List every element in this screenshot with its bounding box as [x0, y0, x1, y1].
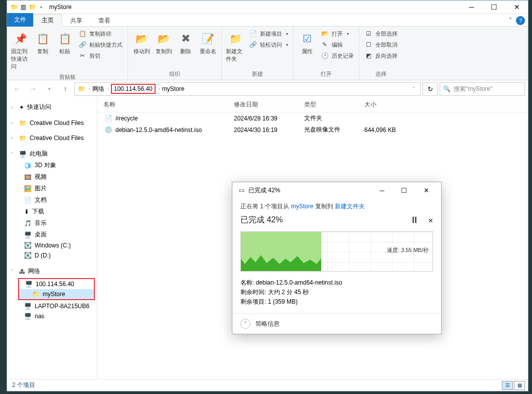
rename-button[interactable]: 重命名 — [197, 29, 218, 57]
qat-newfolder-icon[interactable]: 📁 — [28, 3, 36, 11]
collapse-icon[interactable]: ˅ — [11, 269, 16, 274]
history-button[interactable]: 🕑历史记录 — [319, 51, 356, 61]
breadcrumb-folder[interactable]: myStore — [162, 85, 185, 92]
folder-icon: 📁 — [19, 119, 27, 126]
dialog-maximize-button[interactable]: ☐ — [394, 183, 414, 197]
minimize-button[interactable]: ─ — [460, 1, 483, 14]
dialog-minimize-button[interactable]: ─ — [372, 183, 392, 197]
easy-access-button[interactable]: 🔗轻松访问▾ — [247, 40, 290, 50]
nav-desktop[interactable]: 🖥️桌面 — [7, 229, 97, 240]
file-row[interactable]: 📄#recycle2024/6/28 16:39文件夹 — [97, 112, 528, 124]
search-input[interactable]: 🔍 搜索"myStore" — [440, 82, 525, 96]
expand-icon[interactable]: › — [11, 136, 16, 141]
collapse-icon[interactable]: ˅ — [11, 152, 16, 157]
copy-to-label: 复制到 — [156, 48, 172, 55]
copy-button[interactable]: 复制 — [32, 29, 53, 57]
chevron-right-icon[interactable]: › — [106, 86, 110, 91]
address-bar[interactable]: 📁 ›网络 ›100.114.56.40 ›myStore ˅ — [74, 82, 421, 96]
nav-music[interactable]: 🎵音乐 — [7, 217, 97, 229]
nav-videos[interactable]: 🎞️视频 — [7, 171, 97, 183]
pin-quick-access-button[interactable]: 固定到快速访问 — [10, 29, 31, 72]
nav-nas[interactable]: 🖥️nas — [7, 311, 97, 321]
breadcrumb-ip[interactable]: 100.114.56.40 — [111, 84, 156, 94]
tab-file[interactable]: 文件 — [7, 13, 33, 27]
nav-d-drive[interactable]: 💽D (D:) — [7, 250, 97, 260]
dest-link[interactable]: 新建文件夹 — [335, 203, 365, 210]
nav-this-pc[interactable]: ˅🖥️此电脑 — [7, 148, 97, 160]
source-link[interactable]: myStore — [291, 203, 314, 210]
chevron-right-icon[interactable]: › — [88, 86, 91, 91]
nav-creative-cloud-1[interactable]: ›📁Creative Cloud Files — [7, 118, 97, 128]
expand-icon[interactable]: › — [11, 105, 16, 110]
expand-icon[interactable]: › — [11, 120, 16, 125]
cancel-button[interactable]: ✕ — [428, 215, 433, 225]
qat-properties-icon[interactable]: ▥ — [19, 3, 27, 11]
recent-locations-button[interactable]: ▾ — [42, 82, 56, 95]
address-dropdown-icon[interactable]: ˅ — [410, 85, 418, 92]
column-name[interactable]: 名称 — [103, 100, 234, 109]
tab-share[interactable]: 共享 — [62, 15, 90, 27]
help-icon[interactable]: ? — [516, 16, 525, 25]
open-button[interactable]: 📂打开▾ — [319, 29, 356, 39]
refresh-button[interactable]: ↻ — [423, 82, 438, 96]
delete-button[interactable]: 删除 — [175, 29, 196, 57]
select-none-button[interactable]: ☐全部取消 — [362, 40, 400, 50]
paste-button[interactable]: 粘贴 — [54, 29, 75, 57]
close-button[interactable]: ✕ — [505, 1, 528, 14]
file-date: 2024/6/28 16:39 — [234, 115, 304, 122]
up-button[interactable]: ↑ — [58, 82, 72, 95]
icons-view-button[interactable]: ▦ — [514, 381, 525, 390]
nav-documents[interactable]: 📄文档 — [7, 194, 97, 206]
nav-3d-objects[interactable]: 🧊3D 对象 — [7, 160, 97, 171]
dialog-close-button[interactable]: ✕ — [416, 183, 436, 197]
nav-pictures[interactable]: 🖼️图片 — [7, 183, 97, 194]
file-row[interactable]: 💿debian-12.5.0-amd64-netinst.iso2024/4/3… — [97, 124, 528, 136]
nav-ip-node[interactable]: 🖥️100.114.56.40 — [19, 279, 94, 289]
speed-value: 3.55 MB/秒 — [401, 247, 429, 253]
chevron-right-icon[interactable]: › — [158, 86, 161, 91]
column-size[interactable]: 大小 — [364, 100, 415, 109]
drive-icon: 💽 — [24, 252, 32, 259]
forward-button[interactable]: → — [26, 82, 40, 95]
qat-customize-icon[interactable]: ▾ — [37, 3, 45, 11]
nav-label: Creative Cloud Files — [30, 119, 84, 126]
new-folder-button[interactable]: 新建文件夹 — [225, 29, 246, 65]
delete-icon — [178, 31, 194, 47]
new-item-button[interactable]: 📄新建项目▾ — [247, 29, 290, 39]
nav-network[interactable]: ˅🖧网络 — [7, 266, 97, 277]
maximize-button[interactable]: ☐ — [483, 1, 505, 14]
nav-c-drive[interactable]: 💽Windows (C:) — [7, 240, 97, 250]
column-type[interactable]: 类型 — [304, 100, 364, 109]
transfer-graph: 速度: 3.55 MB/秒 — [240, 231, 433, 272]
dialog-more-row[interactable]: ˄ 简略信息 — [232, 313, 441, 334]
tab-home[interactable]: 主页 — [33, 14, 62, 27]
address-folder-icon: 📁 — [77, 85, 86, 93]
copy-label: 复制 — [37, 48, 48, 55]
pause-button[interactable]: ⅠⅠ — [412, 215, 417, 225]
nav-mystore[interactable]: 📁myStore — [19, 289, 94, 299]
invert-selection-button[interactable]: ◩反向选择 — [362, 51, 400, 61]
back-button[interactable]: ← — [10, 82, 24, 95]
nav-label: D (D:) — [35, 252, 51, 259]
collapse-ribbon-icon[interactable]: ˄ — [509, 17, 512, 24]
breadcrumb-network[interactable]: 网络 — [92, 85, 104, 93]
paste-shortcut-button[interactable]: 🔗粘贴快捷方式 — [76, 40, 124, 50]
edit-button[interactable]: ✎编辑 — [319, 40, 356, 50]
history-icon: 🕑 — [321, 52, 329, 60]
cut-button[interactable]: 剪切 — [76, 51, 124, 61]
star-icon: ✦ — [19, 104, 24, 111]
nav-laptop[interactable]: 🖥️LAPTOP-8A215UB6 — [7, 301, 97, 311]
cut-icon — [78, 52, 86, 60]
nav-quick-access[interactable]: ›✦快速访问 — [7, 101, 97, 113]
action-mid: 复制到 — [313, 203, 335, 210]
column-date[interactable]: 修改日期 — [234, 100, 304, 109]
details-view-button[interactable]: ☰ — [502, 381, 513, 390]
nav-downloads[interactable]: ⬇下载 — [7, 206, 97, 217]
copy-path-button[interactable]: 📋复制路径 — [76, 29, 124, 39]
move-to-button[interactable]: 移动到 — [131, 29, 152, 57]
tab-view[interactable]: 查看 — [90, 15, 118, 27]
properties-button[interactable]: 属性 — [297, 29, 318, 57]
nav-creative-cloud-2[interactable]: ›📁Creative Cloud Files — [7, 133, 97, 143]
select-all-button[interactable]: ☑全部选择 — [362, 29, 400, 39]
copy-to-button[interactable]: 复制到 — [153, 29, 174, 57]
